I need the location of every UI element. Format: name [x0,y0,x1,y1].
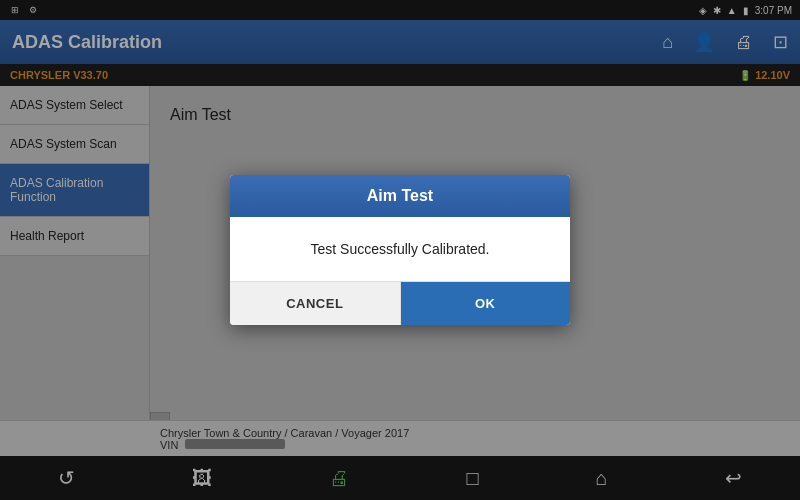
dialog: Aim Test Test Successfully Calibrated. C… [230,175,570,325]
dialog-buttons: CANCEL OK [230,281,570,325]
cancel-button[interactable]: CANCEL [230,282,401,325]
dialog-title: Aim Test [367,187,433,204]
ok-button[interactable]: OK [401,282,571,325]
modal-overlay: Aim Test Test Successfully Calibrated. C… [0,0,800,500]
dialog-header: Aim Test [230,175,570,217]
dialog-message: Test Successfully Calibrated. [311,241,490,257]
dialog-body: Test Successfully Calibrated. [230,217,570,281]
